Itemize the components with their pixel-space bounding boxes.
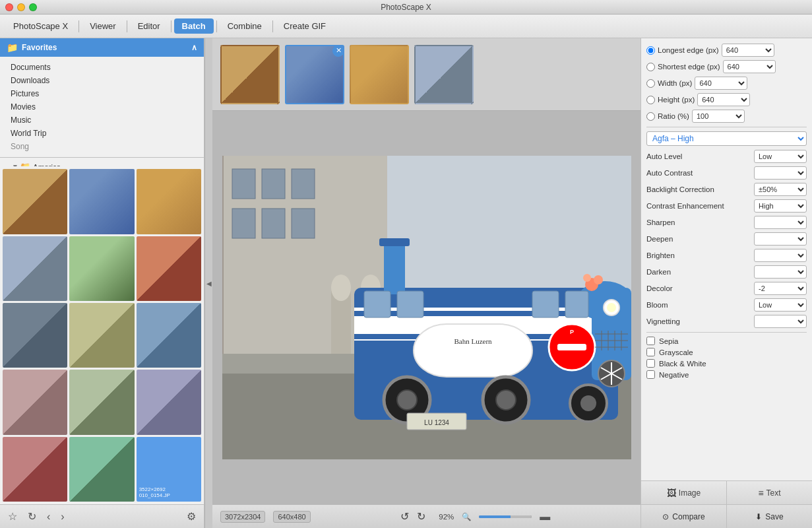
deepen-select[interactable]: Low xyxy=(754,232,807,246)
favorites-list: Documents Downloads Pictures Movies Musi… xyxy=(0,57,204,158)
auto-contrast-select[interactable]: LowHigh xyxy=(754,166,807,180)
width-select[interactable]: 640 xyxy=(695,77,747,90)
image-tab-icon: 🖼 xyxy=(667,488,676,498)
svg-rect-20 xyxy=(379,238,410,246)
thumb-3[interactable] xyxy=(137,169,201,234)
fav-world-trip[interactable]: World Trip xyxy=(0,127,204,140)
auto-contrast-label: Auto Contrast xyxy=(646,169,751,177)
thumb-2[interactable] xyxy=(69,169,134,234)
tab-image[interactable]: 🖼 Image xyxy=(641,481,727,504)
tab-text[interactable]: ≡ Text xyxy=(727,481,812,504)
shortest-edge-select[interactable]: 640 xyxy=(723,60,776,73)
thumb-6[interactable] xyxy=(137,236,201,301)
compare-button[interactable]: ⊙ Compare xyxy=(641,505,727,528)
top-strip: ✕ xyxy=(212,38,640,111)
rotate-right-btn[interactable]: ↻ xyxy=(417,510,425,523)
svg-text:LU 1234: LU 1234 xyxy=(424,419,449,426)
svg-point-55 xyxy=(594,275,603,284)
fav-movies[interactable]: Movies xyxy=(0,100,204,114)
back-btn[interactable]: ‹ xyxy=(44,510,53,524)
thumbs-grid: 3522×2692010_0154.JP xyxy=(0,166,204,504)
ratio-select[interactable]: 100 xyxy=(692,110,745,123)
grayscale-checkbox[interactable] xyxy=(646,348,655,356)
zoom-out-icon[interactable]: 🔍 xyxy=(462,512,471,521)
bloom-label: Bloom xyxy=(646,301,751,309)
fav-music[interactable]: Music xyxy=(0,114,204,127)
longest-edge-select[interactable]: 6408001024 xyxy=(722,44,774,57)
resize-longest-edge: Longest edge (px) 6408001024 xyxy=(646,44,807,57)
text-tab-label: Text xyxy=(766,488,781,498)
strip-thumb-4[interactable] xyxy=(414,45,474,104)
favorites-header[interactable]: 📁 Favorites ∧ xyxy=(0,38,204,57)
menu-editor[interactable]: Editor xyxy=(130,18,168,34)
thumb-10[interactable] xyxy=(3,370,67,434)
backlight-select[interactable]: ±50%±30% xyxy=(754,183,807,196)
thumb-15[interactable]: 3522×2692010_0154.JP xyxy=(137,437,201,502)
resize-height-radio[interactable] xyxy=(646,96,655,104)
zoom-level: 92% xyxy=(439,513,454,521)
height-select[interactable]: 640 xyxy=(697,93,750,106)
close-button[interactable] xyxy=(5,3,13,11)
menu-photoscape[interactable]: PhotoScape X xyxy=(5,18,76,34)
forward-btn[interactable]: › xyxy=(58,510,67,524)
settings-btn[interactable]: ⚙ xyxy=(184,509,199,524)
sidebar-bottom: ☆ ↻ ‹ › ⚙ xyxy=(0,504,204,528)
save-icon: ⬇ xyxy=(755,512,762,521)
menu-batch[interactable]: Batch xyxy=(174,18,214,34)
thumb-5[interactable] xyxy=(69,236,134,301)
resize-longest-edge-radio[interactable] xyxy=(646,46,655,55)
film-preset-select[interactable]: Agfa – High Agfa – Low Kodak Fuji None xyxy=(646,131,807,146)
status-center: ↺ ↻ 92% 🔍 ▬ xyxy=(319,510,633,523)
contrast-select[interactable]: HighLowMedium xyxy=(754,199,807,213)
brighten-select[interactable]: Low xyxy=(754,249,807,262)
thumb-12[interactable] xyxy=(137,370,201,434)
strip-close-icon[interactable]: ✕ xyxy=(332,45,344,57)
maximize-button[interactable] xyxy=(29,3,37,11)
vignetting-select[interactable]: Low xyxy=(754,315,807,328)
sharpen-select[interactable]: Low xyxy=(754,216,807,229)
svg-rect-19 xyxy=(384,242,405,294)
strip-thumb-2[interactable]: ✕ xyxy=(285,45,344,104)
decolor-select[interactable]: -20-1 xyxy=(754,282,807,295)
svg-rect-5 xyxy=(292,169,315,199)
thumb-13[interactable] xyxy=(3,437,67,502)
thumb-9[interactable] xyxy=(137,303,201,368)
thumb-4[interactable] xyxy=(3,236,67,301)
save-button[interactable]: ⬇ Save xyxy=(727,505,812,528)
auto-level-select[interactable]: LowMediumHigh xyxy=(754,150,807,163)
tree-america[interactable]: ▼ 📁 America xyxy=(0,160,204,166)
resize-width-radio[interactable] xyxy=(646,79,655,88)
thumb-14[interactable] xyxy=(69,437,134,502)
minimize-button[interactable] xyxy=(17,3,25,11)
fav-documents[interactable]: Documents xyxy=(0,61,204,74)
right-panel-body: Longest edge (px) 6408001024 Shortest ed… xyxy=(641,38,812,480)
zoom-slider[interactable] xyxy=(479,515,532,518)
strip-thumb-1[interactable] xyxy=(220,45,280,104)
rotate-left-btn[interactable]: ↺ xyxy=(400,510,409,523)
favorite-btn[interactable]: ☆ xyxy=(5,509,20,524)
menu-viewer[interactable]: Viewer xyxy=(82,18,124,34)
sepia-checkbox[interactable] xyxy=(646,337,655,345)
right-panel: Longest edge (px) 6408001024 Shortest ed… xyxy=(640,38,812,528)
sidebar-collapse-handle[interactable]: ◀ xyxy=(204,38,212,528)
fav-song[interactable]: Song xyxy=(0,140,204,153)
strip-thumb-3[interactable] xyxy=(350,45,409,104)
favorites-collapse-icon[interactable]: ∧ xyxy=(191,43,197,52)
thumb-8[interactable] xyxy=(69,303,134,368)
refresh-btn[interactable]: ↻ xyxy=(25,509,39,524)
thumb-7[interactable] xyxy=(3,303,67,368)
menu-create-gif[interactable]: Create GIF xyxy=(276,18,334,34)
svg-rect-4 xyxy=(262,169,285,199)
menu-combine[interactable]: Combine xyxy=(220,18,270,34)
darken-select[interactable]: Low xyxy=(754,265,807,279)
fav-pictures[interactable]: Pictures xyxy=(0,87,204,100)
resize-shortest-edge-radio[interactable] xyxy=(646,63,655,71)
fav-downloads[interactable]: Downloads xyxy=(0,74,204,87)
thumb-1[interactable] xyxy=(3,169,67,234)
content-area: ✕ xyxy=(212,38,640,528)
bloom-select[interactable]: LowMediumHigh xyxy=(754,298,807,312)
bw-checkbox[interactable] xyxy=(646,359,655,368)
thumb-11[interactable] xyxy=(69,370,134,434)
resize-ratio-radio[interactable] xyxy=(646,112,655,121)
negative-checkbox[interactable] xyxy=(646,370,655,379)
